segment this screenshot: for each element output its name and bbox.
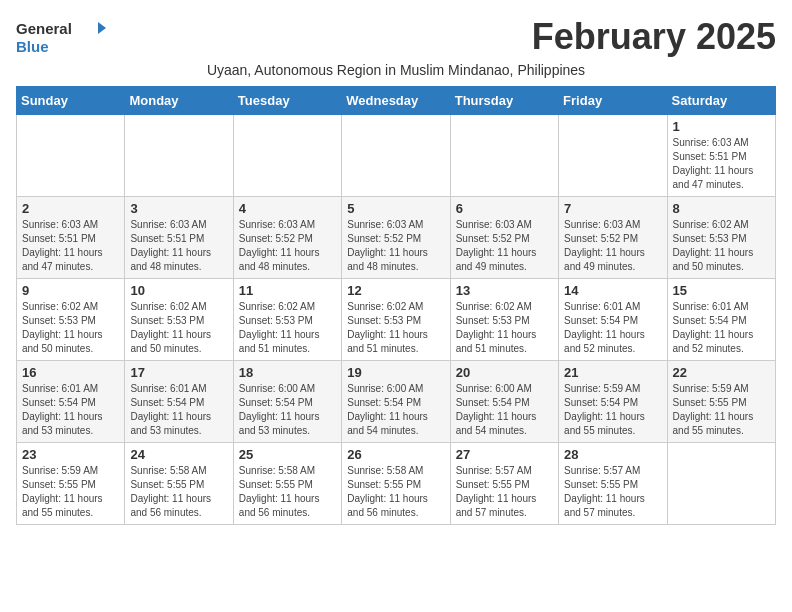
- day-number: 23: [22, 447, 119, 462]
- calendar-cell: 21 Sunrise: 5:59 AMSunset: 5:54 PMDaylig…: [559, 361, 667, 443]
- calendar-cell: [667, 443, 775, 525]
- day-info: Sunrise: 6:02 AMSunset: 5:53 PMDaylight:…: [239, 300, 336, 356]
- day-number: 4: [239, 201, 336, 216]
- calendar-week-row: 9 Sunrise: 6:02 AMSunset: 5:53 PMDayligh…: [17, 279, 776, 361]
- day-number: 28: [564, 447, 661, 462]
- day-number: 17: [130, 365, 227, 380]
- calendar-cell: 1 Sunrise: 6:03 AMSunset: 5:51 PMDayligh…: [667, 115, 775, 197]
- day-info: Sunrise: 6:03 AMSunset: 5:52 PMDaylight:…: [239, 218, 336, 274]
- day-info: Sunrise: 5:59 AMSunset: 5:54 PMDaylight:…: [564, 382, 661, 438]
- day-number: 27: [456, 447, 553, 462]
- calendar-cell: 3 Sunrise: 6:03 AMSunset: 5:51 PMDayligh…: [125, 197, 233, 279]
- day-number: 20: [456, 365, 553, 380]
- day-info: Sunrise: 6:03 AMSunset: 5:52 PMDaylight:…: [564, 218, 661, 274]
- calendar-cell: [125, 115, 233, 197]
- day-info: Sunrise: 5:57 AMSunset: 5:55 PMDaylight:…: [564, 464, 661, 520]
- day-number: 16: [22, 365, 119, 380]
- day-info: Sunrise: 6:00 AMSunset: 5:54 PMDaylight:…: [347, 382, 444, 438]
- calendar-cell: 5 Sunrise: 6:03 AMSunset: 5:52 PMDayligh…: [342, 197, 450, 279]
- day-number: 26: [347, 447, 444, 462]
- calendar-cell: 24 Sunrise: 5:58 AMSunset: 5:55 PMDaylig…: [125, 443, 233, 525]
- calendar-cell: 8 Sunrise: 6:02 AMSunset: 5:53 PMDayligh…: [667, 197, 775, 279]
- calendar-cell: 12 Sunrise: 6:02 AMSunset: 5:53 PMDaylig…: [342, 279, 450, 361]
- day-info: Sunrise: 6:02 AMSunset: 5:53 PMDaylight:…: [347, 300, 444, 356]
- day-number: 2: [22, 201, 119, 216]
- calendar-cell: 11 Sunrise: 6:02 AMSunset: 5:53 PMDaylig…: [233, 279, 341, 361]
- day-info: Sunrise: 6:01 AMSunset: 5:54 PMDaylight:…: [564, 300, 661, 356]
- day-number: 15: [673, 283, 770, 298]
- calendar-cell: [559, 115, 667, 197]
- day-number: 12: [347, 283, 444, 298]
- location-subtitle: Uyaan, Autonomous Region in Muslim Minda…: [16, 62, 776, 78]
- day-info: Sunrise: 6:01 AMSunset: 5:54 PMDaylight:…: [22, 382, 119, 438]
- calendar-cell: 25 Sunrise: 5:58 AMSunset: 5:55 PMDaylig…: [233, 443, 341, 525]
- day-number: 7: [564, 201, 661, 216]
- calendar-cell: 7 Sunrise: 6:03 AMSunset: 5:52 PMDayligh…: [559, 197, 667, 279]
- day-info: Sunrise: 5:59 AMSunset: 5:55 PMDaylight:…: [22, 464, 119, 520]
- day-info: Sunrise: 5:58 AMSunset: 5:55 PMDaylight:…: [130, 464, 227, 520]
- page-header: General Blue February 2025: [16, 16, 776, 58]
- calendar-cell: 14 Sunrise: 6:01 AMSunset: 5:54 PMDaylig…: [559, 279, 667, 361]
- day-number: 14: [564, 283, 661, 298]
- weekday-header-monday: Monday: [125, 87, 233, 115]
- day-number: 18: [239, 365, 336, 380]
- calendar-cell: 10 Sunrise: 6:02 AMSunset: 5:53 PMDaylig…: [125, 279, 233, 361]
- day-number: 3: [130, 201, 227, 216]
- calendar-cell: 27 Sunrise: 5:57 AMSunset: 5:55 PMDaylig…: [450, 443, 558, 525]
- day-number: 21: [564, 365, 661, 380]
- day-number: 22: [673, 365, 770, 380]
- day-number: 10: [130, 283, 227, 298]
- calendar-week-row: 1 Sunrise: 6:03 AMSunset: 5:51 PMDayligh…: [17, 115, 776, 197]
- calendar-cell: 4 Sunrise: 6:03 AMSunset: 5:52 PMDayligh…: [233, 197, 341, 279]
- calendar-cell: 23 Sunrise: 5:59 AMSunset: 5:55 PMDaylig…: [17, 443, 125, 525]
- day-info: Sunrise: 5:57 AMSunset: 5:55 PMDaylight:…: [456, 464, 553, 520]
- calendar-cell: 19 Sunrise: 6:00 AMSunset: 5:54 PMDaylig…: [342, 361, 450, 443]
- day-info: Sunrise: 5:58 AMSunset: 5:55 PMDaylight:…: [347, 464, 444, 520]
- day-number: 24: [130, 447, 227, 462]
- day-info: Sunrise: 6:01 AMSunset: 5:54 PMDaylight:…: [673, 300, 770, 356]
- calendar-cell: 22 Sunrise: 5:59 AMSunset: 5:55 PMDaylig…: [667, 361, 775, 443]
- weekday-header-tuesday: Tuesday: [233, 87, 341, 115]
- weekday-header-saturday: Saturday: [667, 87, 775, 115]
- day-number: 13: [456, 283, 553, 298]
- day-info: Sunrise: 6:01 AMSunset: 5:54 PMDaylight:…: [130, 382, 227, 438]
- logo-svg: General Blue: [16, 16, 106, 56]
- calendar-cell: 13 Sunrise: 6:02 AMSunset: 5:53 PMDaylig…: [450, 279, 558, 361]
- svg-text:General: General: [16, 20, 72, 37]
- day-number: 1: [673, 119, 770, 134]
- calendar-week-row: 2 Sunrise: 6:03 AMSunset: 5:51 PMDayligh…: [17, 197, 776, 279]
- month-title: February 2025: [532, 16, 776, 58]
- calendar-cell: [450, 115, 558, 197]
- day-number: 8: [673, 201, 770, 216]
- weekday-header-sunday: Sunday: [17, 87, 125, 115]
- day-number: 5: [347, 201, 444, 216]
- calendar-table: SundayMondayTuesdayWednesdayThursdayFrid…: [16, 86, 776, 525]
- calendar-cell: 20 Sunrise: 6:00 AMSunset: 5:54 PMDaylig…: [450, 361, 558, 443]
- weekday-header-wednesday: Wednesday: [342, 87, 450, 115]
- day-number: 19: [347, 365, 444, 380]
- day-info: Sunrise: 6:03 AMSunset: 5:52 PMDaylight:…: [347, 218, 444, 274]
- svg-marker-1: [98, 22, 106, 34]
- calendar-cell: 2 Sunrise: 6:03 AMSunset: 5:51 PMDayligh…: [17, 197, 125, 279]
- day-info: Sunrise: 5:58 AMSunset: 5:55 PMDaylight:…: [239, 464, 336, 520]
- day-info: Sunrise: 6:02 AMSunset: 5:53 PMDaylight:…: [673, 218, 770, 274]
- day-info: Sunrise: 6:03 AMSunset: 5:51 PMDaylight:…: [22, 218, 119, 274]
- day-info: Sunrise: 6:02 AMSunset: 5:53 PMDaylight:…: [22, 300, 119, 356]
- calendar-cell: 15 Sunrise: 6:01 AMSunset: 5:54 PMDaylig…: [667, 279, 775, 361]
- calendar-cell: 16 Sunrise: 6:01 AMSunset: 5:54 PMDaylig…: [17, 361, 125, 443]
- day-info: Sunrise: 6:03 AMSunset: 5:51 PMDaylight:…: [130, 218, 227, 274]
- weekday-header-row: SundayMondayTuesdayWednesdayThursdayFrid…: [17, 87, 776, 115]
- calendar-cell: [342, 115, 450, 197]
- weekday-header-thursday: Thursday: [450, 87, 558, 115]
- calendar-week-row: 16 Sunrise: 6:01 AMSunset: 5:54 PMDaylig…: [17, 361, 776, 443]
- weekday-header-friday: Friday: [559, 87, 667, 115]
- day-info: Sunrise: 6:00 AMSunset: 5:54 PMDaylight:…: [456, 382, 553, 438]
- calendar-cell: [17, 115, 125, 197]
- day-info: Sunrise: 5:59 AMSunset: 5:55 PMDaylight:…: [673, 382, 770, 438]
- calendar-cell: 6 Sunrise: 6:03 AMSunset: 5:52 PMDayligh…: [450, 197, 558, 279]
- day-info: Sunrise: 6:03 AMSunset: 5:52 PMDaylight:…: [456, 218, 553, 274]
- day-info: Sunrise: 6:00 AMSunset: 5:54 PMDaylight:…: [239, 382, 336, 438]
- day-info: Sunrise: 6:02 AMSunset: 5:53 PMDaylight:…: [456, 300, 553, 356]
- calendar-cell: 28 Sunrise: 5:57 AMSunset: 5:55 PMDaylig…: [559, 443, 667, 525]
- svg-text:Blue: Blue: [16, 38, 49, 55]
